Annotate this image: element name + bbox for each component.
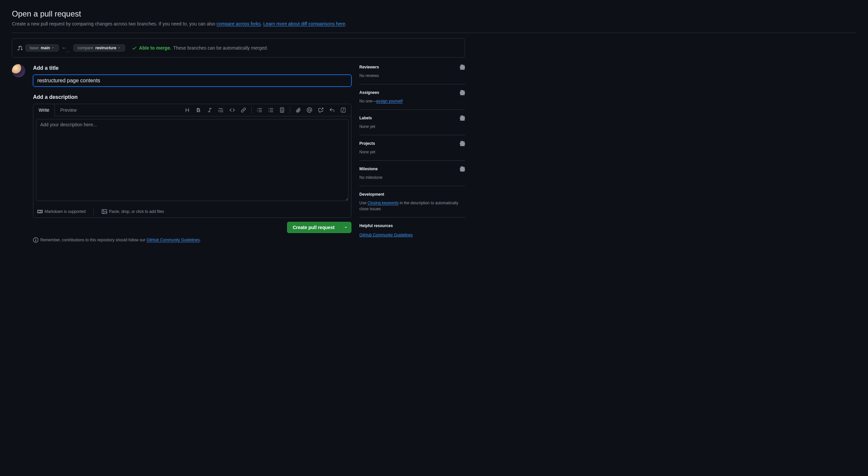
milestone-body: No milestone [359, 175, 465, 180]
merge-able-text: Able to merge. [139, 44, 171, 52]
cross-reference-icon[interactable] [315, 105, 326, 115]
title-input[interactable] [33, 75, 351, 87]
development-body: Use Closing keywords in the description … [359, 200, 465, 212]
create-pull-request-dropdown[interactable] [340, 222, 351, 233]
assign-yourself-link[interactable]: assign yourself [376, 99, 403, 103]
base-branch-selector[interactable]: base: main [25, 44, 59, 52]
description-textarea[interactable] [36, 119, 348, 201]
contribution-guidelines-note: Remember, contributions to this reposito… [33, 237, 351, 243]
ordered-list-icon[interactable] [254, 105, 265, 115]
page-title: Open a pull request [12, 8, 856, 20]
gear-icon[interactable] [460, 90, 465, 95]
branch-comparison-box: base: main ←... compare: restructure Abl… [12, 38, 465, 58]
tab-write[interactable]: Write [33, 104, 55, 116]
projects-body: None yet [359, 149, 465, 155]
reviewers-title: Reviewers [359, 64, 379, 70]
markdown-supported-link[interactable]: Markdown is supported [37, 209, 86, 214]
page-subtitle: Create a new pull request by comparing c… [12, 21, 856, 33]
info-icon [33, 237, 38, 243]
arrow-left-icon: ←... [61, 44, 70, 52]
avatar [12, 64, 25, 77]
sidebar: Reviewers No reviews Assignees No one—as… [359, 64, 465, 244]
gear-icon[interactable] [460, 64, 465, 70]
tab-preview[interactable]: Preview [55, 104, 82, 116]
compare-icon [18, 45, 23, 51]
assignees-title: Assignees [359, 90, 379, 95]
task-list-icon[interactable] [277, 105, 287, 115]
labels-title: Labels [359, 115, 372, 121]
description-field-label: Add a description [33, 93, 351, 101]
editor-toolbar [179, 105, 351, 115]
caret-down-icon [51, 46, 55, 50]
gear-icon[interactable] [460, 166, 465, 172]
resources-title: Helpful resources [359, 223, 465, 229]
development-title: Development [359, 191, 384, 197]
labels-body: None yet [359, 124, 465, 129]
closing-keywords-link[interactable]: Closing keywords [368, 201, 399, 205]
merge-rest-text: These branches can be automatically merg… [173, 44, 268, 52]
italic-icon[interactable] [205, 105, 215, 115]
image-icon [102, 209, 107, 214]
merge-status: Able to merge. These branches can be aut… [132, 44, 268, 52]
code-icon[interactable] [227, 105, 238, 115]
learn-more-link[interactable]: Learn more about diff comparisons here [263, 21, 345, 26]
guidelines-link[interactable]: GitHub Community Guidelines [147, 238, 200, 242]
gear-icon[interactable] [460, 115, 465, 121]
slash-commands-icon[interactable] [338, 105, 348, 115]
caret-down-icon [118, 46, 121, 50]
reviewers-body: No reviews [359, 73, 465, 79]
toolbar-separator [290, 107, 290, 113]
file-upload-link[interactable]: Paste, drop, or click to add files [102, 209, 164, 214]
community-guidelines-link[interactable]: GitHub Community Guidelines [359, 233, 412, 237]
reply-icon[interactable] [327, 105, 337, 115]
create-pull-request-button[interactable]: Create pull request [287, 222, 340, 233]
gear-icon[interactable] [460, 141, 465, 146]
unordered-list-icon[interactable] [266, 105, 276, 115]
compare-branch-selector[interactable]: compare: restructure [73, 44, 125, 52]
compare-forks-link[interactable]: compare across forks [216, 21, 260, 26]
caret-down-icon [344, 226, 348, 230]
toolbar-separator [251, 107, 252, 113]
title-field-label: Add a title [33, 64, 351, 72]
bold-icon[interactable] [193, 105, 204, 115]
assignees-body: No one—assign yourself [359, 98, 465, 104]
heading-icon[interactable] [182, 105, 192, 115]
attach-icon[interactable] [293, 105, 304, 115]
footer-separator [93, 208, 94, 215]
milestone-title: Milestone [359, 166, 377, 172]
check-icon [132, 45, 137, 51]
link-icon[interactable] [238, 105, 249, 115]
markdown-icon [37, 209, 42, 214]
mention-icon[interactable] [304, 105, 315, 115]
projects-title: Projects [359, 141, 375, 146]
quote-icon[interactable] [216, 105, 226, 115]
description-editor: Write Preview [33, 104, 351, 218]
subtitle-text: Create a new pull request by comparing c… [12, 21, 216, 26]
